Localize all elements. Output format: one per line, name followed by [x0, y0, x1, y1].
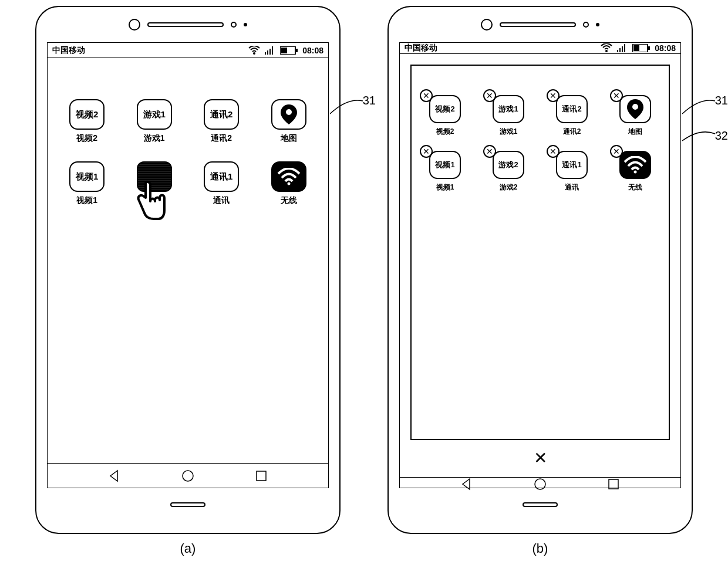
svg-rect-4 — [272, 46, 273, 55]
back-icon[interactable] — [108, 469, 121, 482]
signal-icon — [617, 44, 628, 52]
delete-badge[interactable]: ✕ — [483, 89, 496, 102]
svg-rect-1 — [265, 52, 266, 55]
app-icon[interactable]: 通讯1 — [556, 151, 588, 179]
sensor-icon — [583, 22, 589, 28]
delete-badge[interactable]: ✕ — [483, 145, 496, 158]
app-label: 无线 — [281, 195, 297, 206]
recents-icon[interactable] — [255, 469, 268, 482]
svg-rect-11 — [257, 471, 266, 481]
speaker-icon — [500, 22, 576, 27]
sensor-row — [389, 7, 692, 42]
sensor-dot — [244, 23, 247, 26]
app-7[interactable]: 无线 — [261, 161, 317, 206]
svg-rect-14 — [619, 48, 621, 52]
app-6[interactable]: 通讯1通讯✕ — [544, 151, 599, 192]
back-icon[interactable] — [460, 478, 473, 491]
phone-a: 中国移动 08:08 视频2视频2游戏1游戏1通讯2通讯2地图视频1视频1通讯1… — [35, 6, 341, 534]
homescreen-b[interactable]: 视频2视频2✕游戏1游戏1✕通讯2通讯2✕地图✕视频1视频1✕游戏2游戏2✕通讯… — [400, 54, 680, 477]
status-bar: 中国移动 08:08 — [48, 43, 328, 58]
delete-badge[interactable]: ✕ — [420, 89, 433, 102]
callout-32: 32 — [715, 129, 728, 143]
wifi-icon — [601, 43, 612, 53]
battery-icon — [632, 44, 650, 52]
app-label: 通讯2 — [211, 133, 232, 144]
signal-icon — [265, 46, 275, 55]
time-label: 08:08 — [655, 43, 676, 53]
home-icon[interactable] — [181, 469, 194, 482]
app-label: 视频2 — [436, 127, 454, 137]
app-icon[interactable]: 通讯2 — [204, 99, 239, 130]
app-3[interactable]: 地图 — [261, 99, 317, 144]
svg-rect-6 — [281, 48, 287, 53]
app-icon[interactable]: 通讯1 — [204, 161, 239, 192]
app-icon[interactable]: 通讯2 — [556, 95, 588, 123]
svg-rect-16 — [624, 44, 625, 52]
recents-icon[interactable] — [607, 478, 620, 491]
app-1[interactable]: 游戏1游戏1 — [127, 99, 183, 144]
callout-31b: 31 — [715, 94, 728, 107]
app-label: 无线 — [628, 182, 642, 192]
app-label: 视频1 — [436, 182, 454, 192]
svg-rect-7 — [296, 49, 298, 52]
close-edit-button[interactable]: ✕ — [406, 445, 675, 471]
app-5[interactable] — [127, 161, 183, 206]
app-icon[interactable] — [271, 161, 306, 192]
app-icon[interactable]: 游戏1 — [137, 99, 172, 130]
carrier-label: 中国移动 — [405, 43, 437, 53]
app-icon[interactable]: 视频1 — [69, 161, 105, 192]
app-4[interactable]: 视频1视频1 — [59, 161, 115, 206]
delete-badge[interactable]: ✕ — [610, 145, 623, 158]
subfig-b-label: (b) — [532, 541, 548, 556]
home-button[interactable] — [170, 502, 205, 507]
app-2[interactable]: 通讯2通讯2 — [194, 99, 250, 144]
app-icon[interactable]: 视频2 — [429, 95, 461, 123]
status-bar: 中国移动 08:08 — [400, 43, 680, 54]
svg-point-9 — [287, 182, 290, 185]
app-label: 视频1 — [76, 195, 97, 206]
svg-rect-13 — [617, 50, 618, 52]
app-7[interactable]: 无线✕ — [608, 151, 663, 192]
app-1[interactable]: 游戏1游戏1✕ — [481, 95, 536, 137]
delete-badge[interactable]: ✕ — [547, 145, 560, 158]
app-icon[interactable]: 游戏1 — [493, 95, 524, 123]
app-3[interactable]: 地图✕ — [608, 95, 663, 137]
svg-rect-23 — [609, 479, 618, 489]
app-0[interactable]: 视频2视频2 — [59, 99, 115, 144]
sensor-dot — [596, 23, 599, 26]
phone-b: 中国移动 08:08 视频2视频2✕游戏1游戏1✕通讯2通讯2✕地图✕视频1视频… — [387, 6, 693, 534]
home-icon[interactable] — [534, 478, 547, 491]
svg-point-12 — [605, 50, 608, 52]
svg-rect-19 — [648, 46, 650, 50]
screen-b: 中国移动 08:08 视频2视频2✕游戏1游戏1✕通讯2通讯2✕地图✕视频1视频… — [399, 42, 681, 488]
sensor-row — [36, 7, 339, 42]
camera-icon — [481, 19, 493, 31]
app-icon[interactable]: 视频1 — [429, 151, 461, 179]
carrier-label: 中国移动 — [52, 45, 85, 56]
home-button[interactable] — [523, 502, 558, 507]
app-5[interactable]: 游戏2游戏2✕ — [481, 151, 536, 192]
hand-icon — [133, 180, 167, 224]
app-label: 通讯 — [565, 182, 579, 192]
app-0[interactable]: 视频2视频2✕ — [417, 95, 473, 137]
app-icon[interactable]: 视频2 — [69, 99, 105, 130]
delete-badge[interactable]: ✕ — [610, 89, 623, 102]
app-label: 游戏1 — [144, 133, 165, 144]
homescreen-a[interactable]: 视频2视频2游戏1游戏1通讯2通讯2地图视频1视频1通讯1通讯无线 — [48, 58, 328, 463]
camera-icon — [129, 19, 140, 31]
delete-badge[interactable]: ✕ — [420, 145, 433, 158]
app-icon[interactable] — [619, 95, 651, 123]
app-4[interactable]: 视频1视频1✕ — [417, 151, 473, 192]
delete-badge[interactable]: ✕ — [547, 89, 560, 102]
app-icon[interactable] — [271, 99, 306, 130]
app-icon[interactable] — [619, 151, 651, 179]
svg-point-22 — [535, 479, 545, 489]
wifi-icon — [248, 46, 260, 55]
speaker-icon — [147, 22, 224, 27]
app-2[interactable]: 通讯2通讯2✕ — [544, 95, 599, 137]
app-6[interactable]: 通讯1通讯 — [194, 161, 250, 206]
nav-bar — [48, 463, 328, 488]
svg-rect-18 — [633, 45, 639, 51]
app-icon[interactable]: 游戏2 — [493, 151, 524, 179]
app-label: 游戏1 — [500, 127, 518, 137]
